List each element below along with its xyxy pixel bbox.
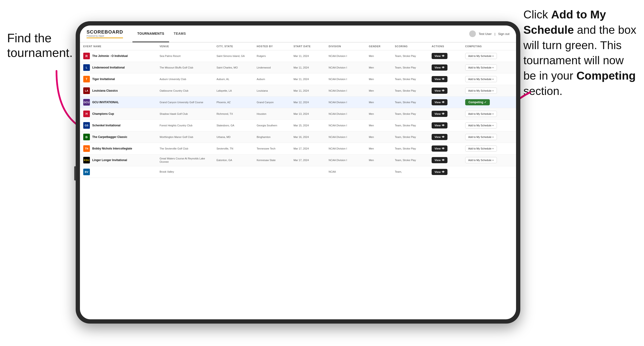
view-button[interactable]: View 👁	[432, 53, 448, 59]
add-to-schedule-button[interactable]: Add to My Schedule +	[465, 111, 497, 117]
table-row: TN Bobby Nichols Intercollegiate The Sev…	[80, 143, 516, 155]
hosted-cell: Houston	[253, 108, 290, 120]
hosted-cell: Tennessee Tech	[253, 143, 290, 155]
add-to-schedule-button[interactable]: Add to My Schedule +	[465, 88, 497, 94]
gender-cell: Men	[366, 131, 392, 143]
hosted-cell	[253, 166, 290, 177]
scoring-cell: Team, Stroke Play	[392, 143, 428, 155]
view-button[interactable]: View 👁	[432, 76, 448, 82]
gender-cell: Men	[366, 62, 392, 73]
event-cell: B The Carpetbagger Classic	[80, 131, 156, 143]
eye-icon: 👁	[442, 135, 445, 139]
venue-cell: The Missouri Bluffs Golf Club	[156, 62, 213, 73]
table-row: B The Carpetbagger Classic Worthington M…	[80, 131, 516, 143]
view-button[interactable]: View 👁	[432, 64, 448, 71]
actions-cell: View 👁	[428, 85, 462, 97]
division-cell: NCAA Division I	[326, 143, 366, 155]
event-name: Bobby Nichols Intercollegiate	[92, 147, 132, 150]
add-to-schedule-button[interactable]: Add to My Schedule +	[465, 76, 497, 82]
event-cell: LA Louisiana Classics	[80, 85, 156, 97]
add-to-schedule-button[interactable]: Add to My Schedule +	[465, 134, 497, 140]
division-cell: NCAA Division I	[326, 62, 366, 73]
scoring-cell: Team, Stroke Play	[392, 108, 428, 120]
city-cell: Saint Charles, MO	[213, 62, 253, 73]
view-button[interactable]: View 👁	[432, 146, 448, 152]
table-row: LA Louisiana Classics Oakbourne Country …	[80, 85, 516, 97]
eye-icon: 👁	[442, 112, 445, 116]
city-cell: Sevierville, TN	[213, 143, 253, 155]
city-cell: Statesboro, GA	[213, 120, 253, 131]
table-container[interactable]: EVENT NAME VENUE CITY, STATE HOSTED BY S…	[80, 42, 516, 319]
competing-cell: Add to My Schedule +	[462, 50, 516, 62]
add-to-schedule-button[interactable]: Add to My Schedule +	[465, 64, 497, 71]
nav-tabs: TOURNAMENTS TEAMS	[132, 25, 190, 42]
event-cell: GS Schenkel Invitational	[80, 120, 156, 131]
venue-cell: Oakbourne Country Club	[156, 85, 213, 97]
division-cell: NCAA Division I	[326, 131, 366, 143]
date-cell: Mar 15, 2024	[290, 120, 326, 131]
date-cell: Mar 16, 2024	[290, 131, 326, 143]
view-button[interactable]: View 👁	[432, 122, 448, 129]
competing-cell: Add to My Schedule +	[462, 108, 516, 120]
venue-cell: Brook Valley	[156, 166, 213, 177]
table-row: KSU Linger Longer Invitational Great Wat…	[80, 155, 516, 166]
venue-cell: Sea Palms Resort	[156, 50, 213, 62]
view-button[interactable]: View 👁	[432, 169, 448, 175]
add-to-schedule-button[interactable]: Add to My Schedule +	[465, 122, 497, 129]
scoring-cell: Team, Stroke Play	[392, 62, 428, 73]
city-cell: Eatonton, GA	[213, 155, 253, 166]
team-logo: GS	[83, 122, 90, 129]
view-button[interactable]: View 👁	[432, 157, 448, 163]
add-to-schedule-button[interactable]: Add to My Schedule +	[465, 157, 497, 163]
competing-cell	[462, 166, 516, 177]
city-cell: Saint Simons Island, GA	[213, 50, 253, 62]
app-container: SCOREBOARD Powered by clippd TOURNAMENTS…	[80, 25, 516, 319]
logo-bar	[86, 37, 123, 38]
view-button[interactable]: View 👁	[432, 99, 448, 105]
event-name: The Carpetbagger Classic	[92, 135, 127, 139]
hosted-cell: Louisiana	[253, 85, 290, 97]
competing-cell: Add to My Schedule +	[462, 73, 516, 85]
add-to-schedule-button[interactable]: Add to My Schedule +	[465, 53, 497, 59]
actions-cell: View 👁	[428, 62, 462, 73]
hosted-cell: Binghamton	[253, 131, 290, 143]
team-logo: H	[83, 111, 90, 117]
col-header-competing: COMPETING	[462, 42, 516, 50]
tab-tournaments[interactable]: TOURNAMENTS	[132, 25, 169, 42]
event-cell: BV	[80, 166, 156, 177]
hosted-cell: Georgia Southern	[253, 120, 290, 131]
eye-icon: 👁	[442, 54, 445, 58]
table-row: T Tiger Invitational Auburn University C…	[80, 73, 516, 85]
col-header-actions: ACTIONS	[428, 42, 462, 50]
col-header-scoring: SCORING	[392, 42, 428, 50]
eye-icon: 👁	[442, 124, 445, 127]
date-cell: Mar 12, 2024	[290, 97, 326, 108]
view-button[interactable]: View 👁	[432, 88, 448, 94]
view-button[interactable]: View 👁	[432, 134, 448, 140]
date-cell: Mar 11, 2024	[290, 85, 326, 97]
team-logo: B	[83, 134, 90, 140]
add-to-schedule-button[interactable]: Add to My Schedule +	[465, 146, 497, 152]
division-cell: NCAA Division I	[326, 73, 366, 85]
eye-icon: 👁	[442, 77, 445, 81]
competing-button[interactable]: Competing ✓	[465, 99, 490, 105]
venue-cell: The Sevierville Golf Club	[156, 143, 213, 155]
team-logo: LA	[83, 87, 90, 94]
tab-teams[interactable]: TEAMS	[169, 25, 191, 42]
competing-cell: Add to My Schedule +	[462, 120, 516, 131]
city-cell: Auburn, AL	[213, 73, 253, 85]
view-button[interactable]: View 👁	[432, 111, 448, 117]
table-row: GCU GCU INVITATIONAL Grand Canyon Univer…	[80, 97, 516, 108]
eye-icon: 👁	[442, 159, 445, 162]
eye-icon: 👁	[442, 89, 445, 92]
team-logo: T	[83, 76, 90, 82]
date-cell: Mar 17, 2024	[290, 143, 326, 155]
col-header-division: DIVISION	[326, 42, 366, 50]
gender-cell: Men	[366, 97, 392, 108]
sign-out-link[interactable]: Sign out	[498, 32, 510, 36]
user-avatar	[469, 30, 476, 37]
tournaments-table: EVENT NAME VENUE CITY, STATE HOSTED BY S…	[80, 42, 516, 178]
actions-cell: View 👁	[428, 143, 462, 155]
col-header-event: EVENT NAME	[80, 42, 156, 50]
date-cell: Mar 11, 2024	[290, 50, 326, 62]
